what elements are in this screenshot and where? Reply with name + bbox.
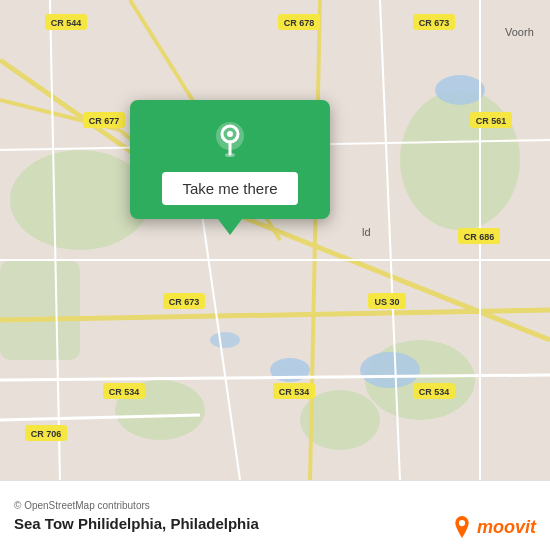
- svg-point-58: [225, 153, 235, 157]
- svg-text:Voorh: Voorh: [505, 26, 534, 38]
- svg-text:CR 544: CR 544: [51, 18, 82, 28]
- svg-text:CR 677: CR 677: [89, 116, 120, 126]
- svg-text:CR 673: CR 673: [169, 297, 200, 307]
- svg-text:CR 534: CR 534: [279, 387, 310, 397]
- take-me-there-button[interactable]: Take me there: [162, 172, 297, 205]
- svg-text:CR 534: CR 534: [109, 387, 140, 397]
- svg-point-57: [227, 131, 233, 137]
- moovit-branding: moovit: [451, 516, 536, 538]
- location-pin-icon: [208, 118, 252, 162]
- svg-rect-6: [0, 260, 80, 360]
- svg-text:CR 561: CR 561: [476, 116, 507, 126]
- svg-text:CR 534: CR 534: [419, 387, 450, 397]
- location-popup: Take me there: [130, 100, 330, 219]
- svg-text:ld: ld: [362, 226, 371, 238]
- svg-text:CR 706: CR 706: [31, 429, 62, 439]
- svg-text:CR 673: CR 673: [419, 18, 450, 28]
- svg-text:CR 678: CR 678: [284, 18, 315, 28]
- svg-text:CR 686: CR 686: [464, 232, 495, 242]
- moovit-pin-icon: [451, 516, 473, 538]
- svg-point-10: [210, 332, 240, 348]
- svg-point-1: [10, 150, 150, 250]
- map-attribution: © OpenStreetMap contributors: [14, 500, 536, 511]
- map-container[interactable]: CR 544 CR 678 CR 673 CR 677 CR 673 CR 56…: [0, 0, 550, 480]
- svg-text:US 30: US 30: [374, 297, 399, 307]
- svg-point-7: [435, 75, 485, 105]
- bottom-bar: © OpenStreetMap contributors Sea Tow Phi…: [0, 480, 550, 550]
- svg-point-8: [360, 352, 420, 388]
- svg-point-59: [459, 520, 465, 526]
- moovit-label: moovit: [477, 517, 536, 538]
- svg-point-2: [400, 90, 520, 230]
